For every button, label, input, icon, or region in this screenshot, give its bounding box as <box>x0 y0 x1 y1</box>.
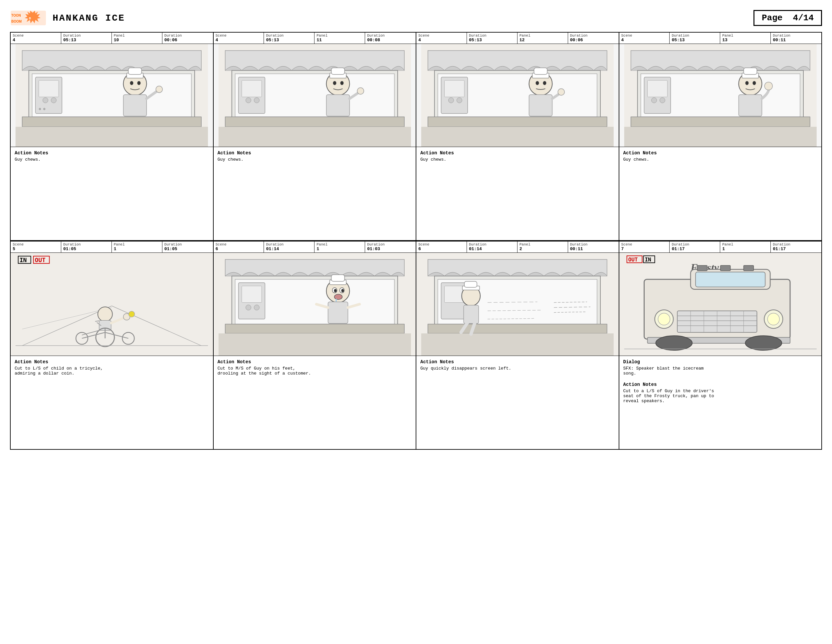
svg-text:B: B <box>29 17 31 20</box>
notes-text-10: Guy chews. <box>14 157 209 162</box>
panel-cell-s6p1: Scene 6 Duration 01:14 Panel 1 Duration … <box>214 241 417 450</box>
duration1-label-13: Duration 05:13 <box>670 33 720 43</box>
panel-image-11 <box>214 44 416 147</box>
svg-point-76 <box>765 82 773 90</box>
panel-cell-s5p1: Scene 5 Duration 01:05 Panel 1 Duration … <box>11 241 214 450</box>
panel-cell-s6p2: Scene 6 Duration 01:14 Panel 2 Duration … <box>416 241 619 450</box>
panel-cell-13: Scene 4 Duration 05:13 Panel 13 Duration… <box>619 33 822 241</box>
panel-label-13: Panel 13 <box>720 33 771 43</box>
duration2-label-s5p1: Duration 01:05 <box>162 241 213 252</box>
svg-point-115 <box>341 289 344 292</box>
header-left: TOON BOOM B HANKANG ICE <box>10 10 125 26</box>
notes-title-action-s7p1: Action Notes <box>623 382 818 387</box>
duration2-label-10: Duration 00:06 <box>162 33 213 43</box>
duration2-label-12: Duration 00:06 <box>568 33 619 43</box>
svg-point-107 <box>246 305 251 310</box>
svg-rect-148 <box>695 272 765 287</box>
svg-rect-10 <box>16 127 208 147</box>
svg-rect-46 <box>428 117 607 127</box>
svg-point-33 <box>254 97 259 103</box>
svg-point-38 <box>340 81 344 85</box>
panel-header-s5p1: Scene 5 Duration 01:05 Panel 1 Duration … <box>11 241 213 253</box>
svg-rect-125 <box>421 333 614 356</box>
notes-title-dialog-s7p1: Dialog <box>623 359 818 364</box>
storyboard-grid-row1: Scene 4 Duration 05:13 Panel 10 Duration… <box>10 32 822 241</box>
svg-rect-39 <box>326 95 349 117</box>
svg-rect-12 <box>38 80 59 97</box>
duration1-label-s5p1: Duration 01:05 <box>61 241 112 252</box>
svg-point-56 <box>543 81 546 85</box>
notes-title-11: Action Notes <box>218 150 412 156</box>
svg-rect-57 <box>529 95 552 117</box>
panel-notes-s6p1: Action Notes Cut to M/S of Guy on his fe… <box>214 356 416 449</box>
notes-title-s5p1: Action Notes <box>14 359 209 364</box>
svg-rect-104 <box>218 333 411 356</box>
svg-point-73 <box>745 81 749 85</box>
panel-label-s6p2: Panel 2 <box>517 241 568 252</box>
svg-rect-54 <box>534 68 547 75</box>
notes-text-13: Guy chews. <box>623 157 818 162</box>
header: TOON BOOM B HANKANG ICE Page 4/14 <box>10 10 822 26</box>
page-indicator: Page 4/14 <box>754 10 822 26</box>
panel-notes-12: Action Notes Guy chews. <box>416 147 619 240</box>
svg-text:IN: IN <box>20 256 27 264</box>
svg-text:OUT: OUT <box>35 256 46 264</box>
scene-label-10: Scene 4 <box>11 33 61 43</box>
svg-line-86 <box>111 317 125 323</box>
svg-rect-20 <box>123 95 147 117</box>
svg-point-108 <box>254 305 259 310</box>
scene-label-s5p1: Scene 5 <box>11 241 61 252</box>
notes-text-s5p1: Cut to L/S of child on a tricycle, admir… <box>14 366 209 376</box>
svg-rect-17 <box>128 68 142 75</box>
svg-text:OUT: OUT <box>628 256 638 263</box>
duration2-label-13: Duration 00:11 <box>771 33 821 43</box>
notes-text-12: Guy chews. <box>420 157 615 162</box>
svg-point-88 <box>129 311 135 317</box>
panel-header-13: Scene 4 Duration 05:13 Panel 13 Duration… <box>619 33 822 44</box>
svg-rect-167 <box>720 265 730 271</box>
panel-label-12: Panel 12 <box>517 33 568 43</box>
storyboard-grid-row2: Scene 5 Duration 01:05 Panel 1 Duration … <box>10 241 822 450</box>
scene-label-12: Scene 4 <box>416 33 467 43</box>
panel-label-10: Panel 10 <box>112 33 162 43</box>
svg-point-51 <box>457 97 462 103</box>
panel-image-s6p1 <box>214 253 416 356</box>
svg-rect-168 <box>744 265 754 271</box>
toon-boom-logo: TOON BOOM B <box>10 10 46 26</box>
panel-header-s6p1: Scene 6 Duration 01:14 Panel 1 Duration … <box>214 241 416 253</box>
svg-point-150 <box>658 313 670 325</box>
panel-header-s7p1: Scene 7 Duration 01:17 Panel 1 Duration … <box>619 241 822 253</box>
svg-point-22 <box>156 86 162 93</box>
svg-text:TOON: TOON <box>11 14 21 17</box>
svg-text:⚙ ⚙: ⚙ ⚙ <box>38 107 45 111</box>
svg-point-32 <box>246 97 251 103</box>
svg-rect-64 <box>630 117 810 127</box>
svg-rect-75 <box>739 95 762 117</box>
svg-point-68 <box>651 97 657 103</box>
svg-rect-36 <box>331 68 344 75</box>
svg-point-19 <box>138 81 141 85</box>
notes-text-action-s7p1: Cut to a L/S of Guy in the driver's seat… <box>623 388 818 403</box>
panel-notes-s5p1: Action Notes Cut to L/S of child on a tr… <box>11 356 213 449</box>
panel-notes-10: Action Notes Guy chews. <box>11 147 213 240</box>
svg-rect-31 <box>242 80 262 97</box>
svg-point-74 <box>752 81 756 85</box>
duration1-label-s6p2: Duration 01:14 <box>467 241 517 252</box>
svg-rect-28 <box>225 117 404 127</box>
svg-point-116 <box>334 294 342 300</box>
svg-point-37 <box>333 81 336 85</box>
panel-label-11: Panel 11 <box>315 33 365 43</box>
panel-label-s5p1: Panel 1 <box>112 241 162 252</box>
svg-rect-117 <box>328 302 348 324</box>
svg-point-69 <box>659 97 665 103</box>
duration2-label-s6p1: Duration 01:03 <box>365 241 416 252</box>
svg-point-164 <box>745 336 782 350</box>
notes-title-10: Action Notes <box>14 150 209 156</box>
svg-rect-29 <box>218 127 411 147</box>
duration1-label-11: Duration 05:13 <box>264 33 315 43</box>
scene-label-s7p1: Scene 7 <box>619 241 670 252</box>
panel-notes-13: Action Notes Guy chews. <box>619 147 822 240</box>
svg-rect-103 <box>225 324 404 333</box>
svg-rect-127 <box>444 286 464 303</box>
panel-image-12 <box>416 44 619 147</box>
